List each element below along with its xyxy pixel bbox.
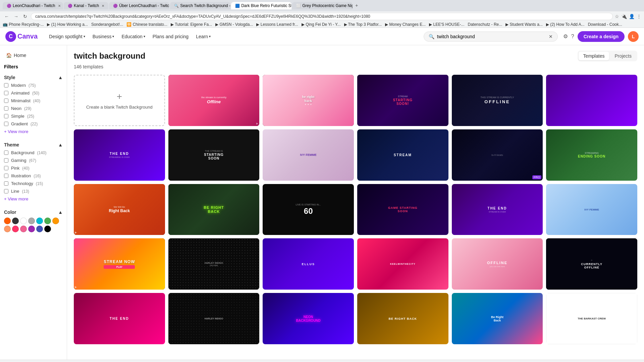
swatch-pink[interactable] [20,226,27,232]
template-card-9[interactable]: STREAM [357,129,448,181]
template-card-22[interactable]: OFFLINE you can link here [452,238,543,290]
style-view-more[interactable]: + View more [3,128,64,135]
filter-minimalist[interactable]: Minimalist (40) [3,97,64,105]
filter-animated-checkbox[interactable] [4,91,8,95]
filter-gaming-checkbox[interactable] [4,158,8,163]
nav-plans-pricing[interactable]: Plans and pricing [149,32,192,41]
canva-logo[interactable]: C Canva [5,31,38,42]
swatch-hot-pink[interactable] [12,226,19,232]
back-button[interactable]: ← [3,13,11,20]
color-filter-toggle[interactable]: Color ▲ [3,208,64,216]
template-card-28[interactable]: Be RightBack [452,293,543,344]
template-card-4[interactable]: THIS STREAM IS CURRENTLY OFFLINE [452,75,543,126]
template-card-13[interactable]: BE RIGHTBACK [168,184,260,235]
swatch-white[interactable] [20,218,27,224]
template-card-1[interactable]: the stream is currently Offline ▶ [168,75,260,126]
bookmark-3[interactable]: 🈸 Chinese translato... [126,22,167,27]
template-card-8[interactable]: IVY FEMME [263,129,354,181]
reload-button[interactable]: ↻ [21,13,29,20]
template-card-23[interactable]: ✧ CURRENTLYOFFLINE [546,238,637,290]
filter-background[interactable]: Background (140) [3,149,64,157]
bookmark-4[interactable]: ▶ Tutorial: Eigene Fa... [171,22,212,27]
tab-5[interactable]: ⬜ Grey Photocentric Game Nigh... ✕ [292,2,353,9]
filter-neon-checkbox[interactable] [4,106,8,111]
nav-education[interactable]: Education ▾ [118,32,148,41]
template-card-14[interactable]: LIVE IS STARTING IN... 60 [263,184,354,235]
template-card-10[interactable]: lo-fi beats PRO [452,129,543,181]
bookmark-button[interactable]: ☆ [615,14,619,19]
tab-1[interactable]: 🟣 Kanal - Twitch ✕ [64,2,108,9]
template-card-2[interactable]: be rightback ✦ ✦ ✦ [263,75,354,126]
nav-design-spotlight[interactable]: Design spotlight ▾ [46,32,89,41]
template-card-11[interactable]: STREAMING ENDING SOON [546,129,637,181]
bookmark-6[interactable]: ▶ Lessons Learned fr... [256,22,298,27]
bookmark-9[interactable]: ▶ Money Changes E... [385,22,426,27]
filter-illustration[interactable]: Illustration (16) [3,172,64,180]
template-card-19[interactable]: HARLEY INDIGO ON FIRE [168,238,260,290]
swatch-purple[interactable] [28,226,35,232]
filter-minimalist-checkbox[interactable] [4,99,8,103]
bookmark-1[interactable]: ▶ (1) How Working a... [47,22,88,27]
filter-illustration-checkbox[interactable] [4,174,8,178]
tab-3[interactable]: 🔍 Search Twitch Background - C... ✕ [170,2,230,9]
template-card-18[interactable]: Stream Now PLAY ▶ [74,238,165,290]
search-clear-button[interactable]: ✕ [549,34,553,39]
bookmark-8[interactable]: ▶ The Top 3 Platfor... [344,22,382,27]
filter-modern[interactable]: Modern (75) [3,81,64,89]
template-card-26[interactable]: NEONBACKGROUND [263,293,354,344]
template-card-24[interactable]: THE END [74,293,165,344]
filter-simple-checkbox[interactable] [4,114,8,118]
swatch-cyan[interactable] [36,218,43,224]
swatch-peach[interactable] [4,226,11,232]
tab-2[interactable]: 🟣 Über LeonChaudhari - Twitch ✕ [109,2,169,9]
nav-business[interactable]: Business ▾ [89,32,118,41]
template-card-20[interactable]: ELLUS [263,238,354,290]
filter-background-checkbox[interactable] [4,150,8,155]
tab-templates[interactable]: Templates [579,52,609,60]
filter-gradient[interactable]: Gradient (22) [3,120,64,128]
help-button[interactable]: ? [571,34,574,40]
forward-button[interactable]: → [12,13,20,20]
theme-view-more[interactable]: + View more [3,195,64,203]
swatch-amber[interactable] [52,218,59,224]
create-design-button[interactable]: Create a design [578,31,625,42]
template-card-21[interactable]: KEELWINTHECITY [357,238,448,290]
filter-neon[interactable]: Neon (29) [3,105,64,112]
style-filter-toggle[interactable]: Style ▲ [3,73,64,81]
swatch-gray[interactable] [28,218,35,224]
bookmark-0[interactable]: 📺 Phone Recycling-... [3,22,44,27]
template-card-15[interactable]: GAME STARTINGSOON [357,184,448,235]
search-input[interactable] [437,34,546,39]
theme-filter-toggle[interactable]: Theme ▲ [3,141,64,149]
tab-4[interactable]: 🟦 Dark Blue Retro Futuristic Str... ✕ [231,2,291,9]
filter-pink[interactable]: Pink (40) [3,164,64,172]
filter-technology-checkbox[interactable] [4,181,8,186]
tab-projects[interactable]: Projects [610,52,636,60]
filter-line[interactable]: Line (13) [3,187,64,195]
template-card-27[interactable]: BE RIGHT BACK [357,293,448,344]
settings-button[interactable]: ⚙ [563,33,568,40]
swatch-green[interactable] [44,218,51,224]
tab-0[interactable]: 🟣 LeonChaudhari - Twitch ✕ [3,2,63,9]
sidebar-home[interactable]: 🏠 Home [3,51,64,60]
template-card-25[interactable]: HARLEY INDIGO [168,293,260,344]
filter-modern-checkbox[interactable] [4,83,8,87]
filter-line-checkbox[interactable] [4,189,8,193]
bookmark-5[interactable]: ▶ GMSN - Vologda... [215,22,253,27]
bookmark-12[interactable]: ▶ Student Wants a... [505,22,543,27]
filter-gaming[interactable]: Gaming (67) [3,157,64,164]
template-card-5[interactable] [546,75,637,126]
nav-learn[interactable]: Learn ▾ [193,32,214,41]
menu-button[interactable]: ⋮ [637,14,641,19]
new-tab-button[interactable]: + [353,2,360,9]
bookmark-14[interactable]: Download - Cook... [588,22,622,27]
filter-technology[interactable]: Technology (15) [3,180,64,187]
create-blank-card[interactable]: + Create a blank Twitch Background [74,75,165,126]
filter-gradient-checkbox[interactable] [4,122,8,126]
template-card-29[interactable]: THE BARKAST CREW [546,293,637,344]
template-card-12[interactable]: We Will Be Right Back ▶ [74,184,165,235]
address-bar[interactable]: canva.com/search/templates?q=Twitch%20Ba… [31,13,613,20]
bookmark-11[interactable]: Datenschutz - Re... [468,22,502,27]
filter-animated[interactable]: Animated (50) [3,89,64,97]
template-card-16[interactable]: THE END STREAM IS OVER [452,184,543,235]
